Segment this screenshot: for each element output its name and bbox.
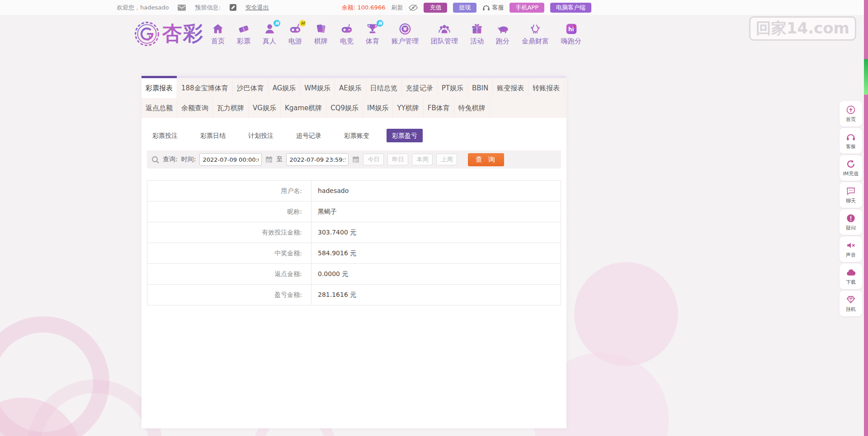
nav-label: 账户管理 [392, 37, 419, 46]
edit-icon[interactable] [230, 4, 236, 11]
tab-ae[interactable]: AE娱乐 [335, 78, 366, 98]
tab-balance-query[interactable]: 余额查询 [177, 98, 213, 118]
nav-label: 真人 [263, 37, 276, 46]
recharge-refresh-icon [846, 159, 856, 169]
topbar-right: 余额: 100.6966 刷新 充值 提现 客服 手机APP 电脑客户端 [342, 3, 591, 13]
sidebar-label: 聊天 [846, 197, 856, 204]
tab-rebate-total[interactable]: 返点总额 [142, 98, 177, 118]
tab-pt[interactable]: PT娱乐 [438, 78, 468, 98]
nav-item-paofen[interactable]: 跑分 [496, 22, 509, 46]
query-submit-button[interactable]: 查 询 [468, 153, 504, 166]
row-value: 584.9016 元 [311, 243, 561, 263]
svg-text:hi: hi [568, 26, 574, 33]
tab-fb-sports[interactable]: FB体育 [424, 98, 454, 118]
tab-kgame[interactable]: Kgame棋牌 [281, 98, 326, 118]
tab-lottery-report[interactable]: 彩票报表 [142, 78, 177, 98]
tab-bbin[interactable]: BBIN [468, 78, 493, 98]
subtab-plan-bets[interactable]: 计划投注 [243, 129, 279, 142]
pc-client-button[interactable]: 电脑客户端 [550, 3, 591, 13]
last-week-button[interactable]: 上周 [436, 154, 457, 165]
row-value: 0.0000 元 [311, 264, 561, 284]
nav-item-account-mgmt[interactable]: ¥ 账户管理 [392, 22, 419, 46]
calendar-icon[interactable] [352, 156, 359, 163]
gamepad-icon: H [288, 22, 302, 36]
tab-tetu-board[interactable]: 特兔棋牌 [454, 98, 490, 118]
subtab-lottery-account-change[interactable]: 彩票账变 [339, 129, 375, 142]
subtab-lottery-daily[interactable]: 彩票日结 [195, 129, 231, 142]
sidebar-item-question[interactable]: 疑问 [840, 209, 862, 235]
report-tabs-row1: 彩票报表 188金宝博体育 沙巴体育 AG娱乐 WM娱乐 AE娱乐 日结总览 充… [142, 76, 566, 98]
sidebar-item-sound[interactable]: 声音 [840, 236, 862, 262]
tab-im[interactable]: IM娱乐 [363, 98, 393, 118]
yesterday-button[interactable]: 昨日 [387, 154, 408, 165]
sidebar-item-download[interactable]: 下载 [840, 263, 862, 289]
withdraw-button[interactable]: 提现 [453, 3, 476, 13]
lottery-subtabs: 彩票投注 彩票日结 计划投注 追号记录 彩票账变 彩票盈亏 [147, 129, 561, 142]
tripod-vessel-icon [528, 22, 542, 36]
tab-vg[interactable]: VG娱乐 [249, 98, 281, 118]
sidebar-label: IM充值 [843, 170, 859, 177]
tab-ag[interactable]: AG娱乐 [269, 78, 301, 98]
today-button[interactable]: 今日 [363, 154, 384, 165]
query-bar: 查询: 时间: 至 今日 昨日 本周 上周 查 询 [147, 150, 561, 169]
nav-item-lottery[interactable]: 彩票 [237, 22, 250, 46]
balance-label: 余额: [342, 4, 355, 11]
this-week-button[interactable]: 本周 [412, 154, 433, 165]
main-nav: 首页 彩票 N 真人 [211, 22, 581, 46]
nav-item-sports[interactable]: N 体育 [366, 22, 379, 46]
nav-badge-n: N [377, 20, 383, 27]
start-time-input[interactable] [199, 153, 262, 166]
nav-badge-h: H [299, 20, 306, 27]
nav-item-board-games[interactable]: 棋牌 [314, 22, 328, 46]
mobile-app-button[interactable]: 手机APP [509, 3, 544, 13]
subtab-lottery-bets[interactable]: 彩票投注 [147, 129, 183, 142]
nav-label: 嗨跑分 [561, 37, 581, 46]
svg-text:¥: ¥ [403, 26, 407, 32]
calendar-icon[interactable] [265, 156, 273, 163]
speaker-muted-icon [846, 240, 856, 250]
mail-icon[interactable] [178, 5, 186, 11]
scrollbar-thumb[interactable] [864, 59, 868, 95]
row-label: 中奖金额: [147, 243, 311, 263]
exclamation-circle-icon [846, 213, 856, 223]
tab-transfer-report[interactable]: 转账报表 [528, 78, 564, 98]
sidebar-label: 客服 [846, 143, 856, 150]
sidebar-item-idle[interactable]: 挂机 [840, 291, 862, 316]
tab-daily-summary[interactable]: 日结总览 [366, 78, 402, 98]
deposit-button[interactable]: 充值 [424, 3, 447, 13]
eye-slash-icon[interactable] [409, 4, 418, 11]
nav-item-jinding-wealth[interactable]: 金鼎财富 [522, 22, 549, 46]
tab-deposit-withdraw-records[interactable]: 充提记录 [402, 78, 438, 98]
sidebar-item-chat[interactable]: 聊天 [840, 182, 862, 208]
sidebar-item-im-recharge[interactable]: IM充值 [840, 155, 862, 181]
nav-item-esports[interactable]: 电竞 [340, 22, 354, 46]
sidebar-item-home[interactable]: 首页 [840, 101, 862, 127]
tab-wm[interactable]: WM娱乐 [300, 78, 335, 98]
end-time-input[interactable] [286, 153, 349, 166]
site-logo[interactable]: 杏彩 [134, 20, 204, 47]
cloud-download-icon [846, 267, 856, 277]
nav-label: 首页 [211, 37, 225, 46]
subtab-chase-records[interactable]: 追号记录 [291, 129, 327, 142]
tab-188-sports[interactable]: 188金宝博体育 [177, 78, 233, 98]
logout-link[interactable]: 安全退出 [245, 4, 269, 12]
nav-item-egames[interactable]: H 电游 [288, 22, 302, 46]
nav-item-hi-paofen[interactable]: hi 嗨跑分 [561, 22, 581, 46]
subtab-lottery-profit-loss[interactable]: 彩票盈亏 [387, 129, 423, 142]
tab-saba-sports[interactable]: 沙巴体育 [233, 78, 269, 98]
tab-cq9[interactable]: CQ9娱乐 [326, 98, 363, 118]
tab-wali-board[interactable]: 瓦力棋牌 [213, 98, 249, 118]
sidebar-item-service[interactable]: 客服 [840, 128, 862, 154]
nav-item-team-mgmt[interactable]: 团队管理 [431, 22, 458, 46]
headset-icon [846, 132, 856, 142]
row-label: 有效投注金额: [147, 222, 311, 243]
customer-service-link[interactable]: 客服 [482, 4, 504, 12]
header: 杏彩 首页 彩票 [0, 15, 868, 60]
tab-account-change-report[interactable]: 账变报表 [493, 78, 528, 98]
nav-item-promotions[interactable]: 活动 [470, 22, 484, 46]
nav-item-live[interactable]: N 真人 [263, 22, 276, 46]
tab-yy-board[interactable]: YY棋牌 [393, 98, 423, 118]
refresh-button[interactable]: 刷新 [391, 4, 403, 12]
nav-label: 电游 [288, 37, 302, 46]
nav-item-home[interactable]: 首页 [211, 22, 225, 46]
